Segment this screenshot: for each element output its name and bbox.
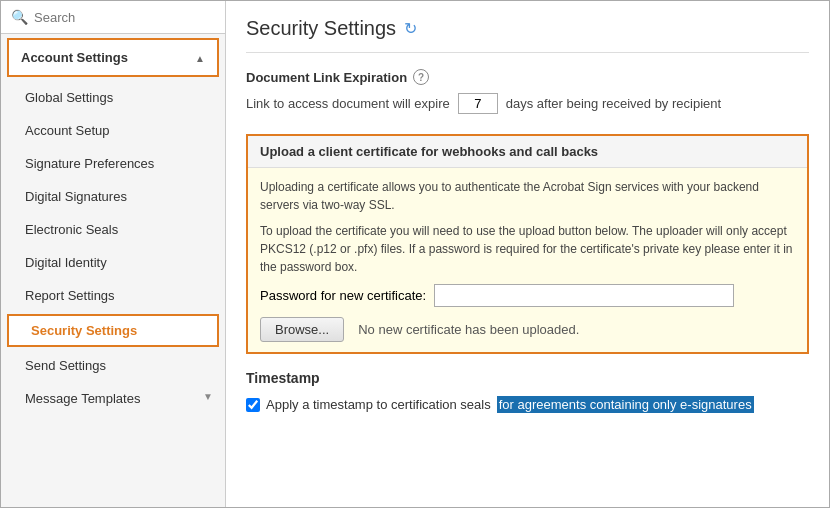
sidebar-item-digital-identity[interactable]: Digital Identity	[1, 246, 225, 279]
cert-password-label: Password for new certificate:	[260, 288, 426, 303]
account-settings-label: Account Settings	[21, 50, 128, 65]
timestamp-label-static: Apply a timestamp to certification seals	[266, 397, 491, 412]
browse-row: Browse... No new certificate has been up…	[260, 317, 795, 342]
sidebar-section: Account Settings Global Settings Account…	[1, 34, 225, 508]
expiry-days-input[interactable]	[458, 93, 498, 114]
search-icon: 🔍	[11, 9, 28, 25]
sidebar-item-signature-preferences[interactable]: Signature Preferences	[1, 147, 225, 180]
help-icon[interactable]: ?	[413, 69, 429, 85]
timestamp-label-highlighted: for agreements containing only e-signatu…	[497, 396, 754, 413]
search-box[interactable]: 🔍	[1, 1, 225, 34]
sidebar-item-message-templates[interactable]: Message Templates ▼	[1, 382, 225, 415]
cert-password-input[interactable]	[434, 284, 734, 307]
sidebar-item-account-setup[interactable]: Account Setup	[1, 114, 225, 147]
timestamp-title: Timestamp	[246, 370, 809, 386]
sidebar-item-global-settings[interactable]: Global Settings	[1, 81, 225, 114]
sidebar-item-digital-signatures[interactable]: Digital Signatures	[1, 180, 225, 213]
expiry-description: Link to access document will expire	[246, 96, 450, 111]
timestamp-checkbox-row: Apply a timestamp to certification seals…	[246, 396, 809, 413]
page-title: Security Settings	[246, 17, 396, 40]
cert-box: Upload a client certificate for webhooks…	[246, 134, 809, 354]
sidebar-item-electronic-seals[interactable]: Electronic Seals	[1, 213, 225, 246]
expiry-row: Link to access document will expire days…	[246, 93, 809, 114]
chevron-up-icon	[195, 50, 205, 65]
timestamp-checkbox[interactable]	[246, 398, 260, 412]
main-content: Security Settings ↻ Document Link Expira…	[226, 1, 829, 508]
cert-password-row: Password for new certificate:	[260, 284, 795, 307]
sidebar-item-report-settings[interactable]: Report Settings	[1, 279, 225, 312]
search-input[interactable]	[34, 10, 215, 25]
timestamp-section: Timestamp Apply a timestamp to certifica…	[246, 370, 809, 413]
cert-para1: Uploading a certificate allows you to au…	[260, 178, 795, 214]
cert-box-header: Upload a client certificate for webhooks…	[248, 136, 807, 168]
account-settings-header[interactable]: Account Settings	[7, 38, 219, 77]
refresh-icon[interactable]: ↻	[404, 19, 417, 38]
chevron-down-icon: ▼	[203, 391, 213, 402]
cert-para2: To upload the certificate you will need …	[260, 222, 795, 276]
page-title-area: Security Settings ↻	[246, 17, 809, 53]
expiry-suffix: days after being received by recipient	[506, 96, 721, 111]
doc-link-expiration-label: Document Link Expiration ?	[246, 69, 809, 85]
sidebar: 🔍 Account Settings Global Settings Accou…	[1, 1, 226, 508]
no-cert-text: No new certificate has been uploaded.	[358, 322, 579, 337]
cert-box-body: Uploading a certificate allows you to au…	[248, 168, 807, 352]
browse-button[interactable]: Browse...	[260, 317, 344, 342]
sidebar-item-send-settings[interactable]: Send Settings	[1, 349, 225, 382]
sidebar-item-security-settings[interactable]: Security Settings	[7, 314, 219, 347]
